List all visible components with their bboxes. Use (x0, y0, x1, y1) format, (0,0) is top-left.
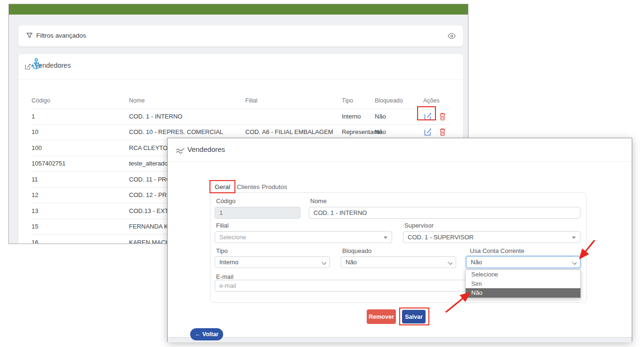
supervisor-label: Supervisor (404, 222, 434, 229)
col-codigo: Código (32, 97, 129, 104)
title-divider (18, 79, 463, 80)
modal-title: Vendedores (187, 145, 225, 153)
usa-conta-corrente-select[interactable]: Não (466, 256, 580, 268)
cell-acoes (423, 112, 450, 120)
usa-conta-corrente-label: Usa Conta Corrente (470, 247, 524, 254)
bloqueado-label: Bloqueado (342, 247, 371, 254)
tab-produtos[interactable]: Produtos (262, 183, 287, 190)
delete-row-icon[interactable] (439, 112, 446, 120)
cell-codigo: 10 (32, 128, 129, 135)
email-label: E-mail (216, 273, 233, 280)
filial-placeholder: Selecione (219, 234, 246, 241)
cell-codigo: 12 (32, 191, 129, 198)
cell-codigo: 15 (32, 223, 129, 230)
cell-tipo: Representante (342, 128, 375, 135)
nome-input[interactable] (309, 207, 580, 219)
voltar-button[interactable]: ← Voltar (190, 328, 223, 340)
back-arrow-icon: ← (195, 331, 201, 338)
col-filial: Filial (245, 97, 342, 104)
option-sim[interactable]: Sim (466, 279, 580, 289)
remover-button[interactable]: Remover (367, 309, 396, 324)
chevron-down-icon (448, 260, 452, 264)
delete-row-icon[interactable] (439, 128, 446, 136)
eye-icon[interactable] (448, 32, 456, 41)
cell-codigo: 13 (32, 207, 129, 214)
voltar-label: Voltar (202, 331, 219, 338)
app-root: Filtros avançados Vendedores Código Nome… (0, 0, 644, 347)
caret-down-icon (572, 237, 576, 239)
cell-nome: COD. 1 - INTERNO (129, 113, 245, 120)
cell-codigo: 1 (32, 113, 129, 120)
filial-label: Filial (216, 222, 229, 229)
filial-select[interactable]: Selecione (215, 231, 392, 243)
edit-row-icon[interactable] (424, 112, 432, 120)
tipo-label: Tipo (216, 247, 228, 254)
vendedores-modal: Vendedores Geral Clientes Produtos Códig… (167, 138, 632, 342)
top-green-bar (9, 4, 468, 15)
codigo-label: Código (216, 197, 235, 205)
col-tipo: Tipo (342, 97, 375, 104)
table-header: Código Nome Filial Tipo Bloqueado Ações (32, 97, 450, 104)
col-bloqueado: Bloqueado (375, 97, 423, 104)
cell-codigo: 1057402751 (32, 160, 129, 167)
tipo-value: Interno (219, 259, 238, 266)
filter-funnel-icon (26, 32, 33, 41)
cell-bloqueado: Não (375, 128, 423, 135)
usa-conta-corrente-dropdown: Selecione Sim Não (465, 269, 581, 298)
cell-codigo: 11 (32, 176, 129, 183)
supervisor-select[interactable]: COD. 1 - SUPERVISOR (403, 231, 580, 243)
cell-bloqueado: Não (375, 113, 423, 120)
bloqueado-select[interactable]: Não (341, 256, 456, 268)
col-acoes: Ações (423, 97, 450, 104)
chevron-down-icon (572, 260, 576, 264)
cell-acoes (423, 128, 450, 136)
option-nao[interactable]: Não (466, 288, 580, 298)
anchor-cursor-icon (31, 58, 41, 72)
edit-row-icon[interactable] (424, 128, 432, 136)
table-row[interactable]: 1 COD. 1 - INTERNO Interno Não (32, 109, 450, 125)
cell-nome: COD. 10 - REPRES. COMERCIAL (129, 128, 245, 135)
tipo-select[interactable]: Interno (215, 256, 330, 268)
squiggle-icon (176, 147, 185, 156)
cell-codigo: 100 (32, 144, 129, 151)
option-selecione[interactable]: Selecione (466, 270, 580, 279)
modal-title-divider (168, 161, 632, 162)
chevron-down-icon (322, 260, 326, 264)
edit-title-icon (25, 63, 31, 71)
cell-tipo: Interno (342, 113, 375, 120)
filters-panel[interactable]: Filtros avançados (18, 25, 463, 47)
modal-footer-strip (168, 337, 632, 342)
cell-filial: COD. A6 - FILIAL EMBALAGEM (245, 128, 342, 135)
bloqueado-value: Não (346, 259, 357, 266)
salvar-button[interactable]: Salvar (402, 310, 426, 323)
caret-down-icon (384, 237, 387, 239)
usa-conta-corrente-value: Não (471, 259, 482, 266)
col-nome: Nome (129, 97, 245, 104)
cell-codigo: 16 (32, 239, 129, 244)
filters-label: Filtros avançados (36, 32, 86, 39)
nome-label: Nome (310, 197, 327, 205)
tab-geral[interactable]: Geral (215, 183, 230, 190)
tab-clientes[interactable]: Clientes (237, 183, 260, 190)
supervisor-value: COD. 1 - SUPERVISOR (408, 234, 474, 241)
codigo-input (215, 207, 300, 219)
